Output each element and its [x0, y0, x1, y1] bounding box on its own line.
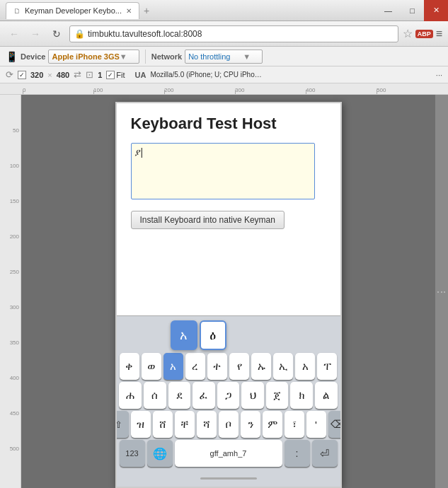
key-apos[interactable]: ' [306, 411, 326, 438]
more-options-button[interactable]: ··· [436, 71, 442, 79]
device-select[interactable]: Apple iPhone 3GS ▼ [48, 50, 139, 64]
key-fe[interactable]: ፈ [193, 382, 215, 409]
device-select-arrow: ▼ [120, 52, 127, 61]
ruler-tick-200: 200 [164, 87, 173, 93]
network-select[interactable]: No throttling ▼ [185, 50, 263, 64]
right-panel[interactable]: ⋮ [435, 95, 448, 488]
fit-label: Fit [116, 71, 125, 79]
install-keyboard-button[interactable]: Install Keyboard into native Keyman [131, 211, 285, 229]
checkbox-dimensions[interactable]: ✓ [18, 71, 26, 79]
devtools-bar: 📱 Device Apple iPhone 3GS ▼ Network No t… [0, 47, 448, 66]
minimize-button[interactable]: — [376, 0, 400, 21]
lock-icon: 🔒 [74, 29, 85, 39]
v-tick-150: 150 [10, 198, 19, 204]
popup-key-2[interactable]: ዕ [200, 320, 226, 350]
shift-key[interactable]: ⇧ [115, 411, 129, 438]
ruler-tick-100: 100 [93, 87, 103, 93]
v-tick-400: 400 [10, 375, 19, 381]
keyboard-container: አ ዕ ቀ ወ አ ረ ተ የ ኡ ኢ አ ፐ [117, 315, 340, 470]
address-bar[interactable]: 🔒 timbuktu.tavultesoft.local:8008 [69, 25, 398, 42]
browser-menu-icon[interactable]: ≡ [436, 28, 442, 40]
page-content: Keyboard Test Host ያ| Install Keyboard i… [117, 103, 340, 315]
device-value: Apple iPhone 3GS [52, 52, 119, 61]
fit-checkbox[interactable]: ✓ Fit [106, 71, 125, 79]
key-je[interactable]: ጀ [266, 382, 289, 409]
adblock-badge[interactable]: ABP [415, 30, 433, 38]
dimensions-checkbox[interactable]: ✓ [18, 71, 26, 79]
key-bo[interactable]: ቦ [219, 411, 239, 438]
space-key[interactable]: gff_amh_7 [175, 440, 282, 467]
ruler-vertical: 50 100 150 200 250 300 350 400 450 500 [0, 95, 21, 488]
network-value: No throttling [188, 52, 230, 61]
key-a2[interactable]: አ [295, 353, 315, 380]
key-we[interactable]: ወ [142, 353, 161, 380]
key-a[interactable]: አ [163, 353, 183, 380]
ua-value: Mozilla/5.0 (iPhone; U; CPU iPhone OS 4.… [150, 71, 263, 79]
key-she[interactable]: ሸ [153, 411, 173, 438]
v-tick-500: 500 [10, 446, 19, 452]
drag-handle: ⋮ [437, 288, 447, 295]
v-tick-100: 100 [10, 163, 19, 169]
key-sha[interactable]: ሻ [197, 411, 217, 438]
rotate-icon[interactable]: ⟳ [6, 69, 13, 80]
key-he[interactable]: ሐ [119, 382, 142, 409]
scale-value: 1 [98, 71, 102, 79]
key-che[interactable]: ቸ [175, 411, 195, 438]
key-te[interactable]: ተ [207, 353, 227, 380]
browser-toolbar: ← → ↻ 🔒 timbuktu.tavultesoft.local:8008 … [0, 21, 448, 47]
ruler-tick-500: 500 [377, 87, 386, 93]
new-tab-button[interactable]: + [144, 5, 149, 16]
ruler-horizontal: 0 100 200 300 400 500 [0, 83, 448, 95]
ua-label: UA [135, 71, 147, 79]
key-ne[interactable]: ን [241, 411, 260, 438]
screenshot-icon[interactable]: ⊡ [86, 69, 93, 80]
key-de[interactable]: ደ [168, 382, 191, 409]
title-bar: 🗋 Keyman Developer Keybo... ✕ + — □ ✕ [0, 0, 448, 21]
key-ze[interactable]: ዝ [131, 411, 151, 438]
forward-button[interactable]: → [27, 25, 44, 42]
browser-tab[interactable]: 🗋 Keyman Developer Keybo... ✕ [6, 2, 139, 19]
fit-check[interactable]: ✓ [106, 71, 115, 79]
key-popup: አ ዕ [171, 320, 338, 350]
bookmark-star-icon[interactable]: ☆ [403, 27, 413, 40]
key-re[interactable]: ረ [185, 353, 205, 380]
network-label: Network [151, 52, 182, 61]
key-ge[interactable]: ጋ [217, 382, 240, 409]
toolbar-icons: ☆ ABP ≡ [403, 27, 442, 40]
return-key[interactable]: ⏎ [312, 440, 338, 467]
key-ye[interactable]: የ [229, 353, 249, 380]
height-value: 480 [57, 71, 69, 79]
key-le[interactable]: ል [315, 382, 338, 409]
key-pe[interactable]: ፐ [317, 353, 337, 380]
reload-button[interactable]: ↻ [48, 25, 65, 42]
key-h[interactable]: ህ [241, 382, 264, 409]
key-u[interactable]: ኡ [251, 353, 271, 380]
colon-key[interactable]: : [285, 440, 310, 467]
numbers-key[interactable]: 123 [120, 440, 145, 467]
swap-dimensions-icon[interactable]: ⇄ [74, 69, 81, 80]
separator [145, 50, 146, 64]
text-input[interactable]: ያ| [131, 143, 315, 199]
key-comma[interactable]: ፣ [285, 411, 304, 438]
key-qe[interactable]: ቀ [120, 353, 139, 380]
close-button[interactable]: ✕ [424, 0, 448, 21]
globe-key[interactable]: 🌐 [147, 440, 173, 467]
backspace-key[interactable]: ⌫ [328, 411, 342, 438]
key-se[interactable]: ሰ [144, 382, 166, 409]
keyboard-row-3: ⇧ ዝ ሸ ቸ ሻ ቦ ን ም ፣ ' ⌫ [120, 411, 338, 438]
back-button[interactable]: ← [6, 25, 23, 42]
maximize-button[interactable]: □ [400, 0, 424, 21]
devtools-toggle-icon[interactable]: 📱 [6, 51, 18, 62]
tab-close-button[interactable]: ✕ [126, 7, 132, 15]
home-bar [117, 470, 340, 487]
device-frame: Keyboard Test Host ያ| Install Keyboard i… [115, 102, 342, 488]
viewport: Keyboard Test Host ያ| Install Keyboard i… [21, 95, 435, 488]
key-i[interactable]: ኢ [273, 353, 293, 380]
v-tick-450: 450 [10, 410, 19, 417]
popup-key-1[interactable]: አ [171, 320, 197, 350]
ruler-tick-400: 400 [306, 87, 315, 93]
key-ke[interactable]: ክ [290, 382, 313, 409]
url-text: timbuktu.tavultesoft.local:8008 [88, 29, 202, 39]
ruler-inner: 0 100 200 300 400 500 [21, 83, 448, 94]
key-me[interactable]: ም [263, 411, 282, 438]
